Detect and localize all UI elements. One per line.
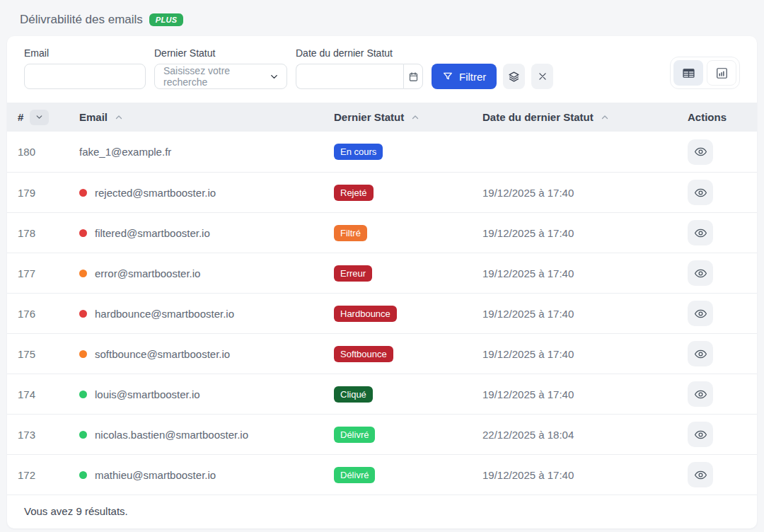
row-date: 19/12/2025 à 17:40 <box>482 348 673 360</box>
status-dot <box>79 310 87 318</box>
column-header-date[interactable]: Date du dernier Statut <box>482 111 673 123</box>
eye-icon <box>694 388 707 401</box>
row-actions-cell <box>673 180 757 205</box>
view-details-button[interactable] <box>688 301 713 326</box>
email-filter-label: Email <box>24 47 146 59</box>
funnel-icon <box>442 71 453 82</box>
last-status-date-filter-label: Date du dernier Statut <box>296 47 423 59</box>
last-status-select[interactable]: Saisissez votre recherche <box>154 64 287 89</box>
row-email-cell: filtered@smartbooster.io <box>79 227 334 239</box>
filter-button[interactable]: Filtrer <box>432 64 497 89</box>
row-email-cell: louis@smartbooster.io <box>79 388 334 400</box>
column-header-actions-label: Actions <box>688 111 727 123</box>
table-row: 176 hardbounce@smartbooster.io Hardbounc… <box>7 293 757 333</box>
eye-icon <box>694 468 707 482</box>
status-dot <box>79 229 87 237</box>
last-status-date-filter-group: Date du dernier Statut <box>296 47 423 89</box>
status-dot <box>79 471 87 479</box>
status-badge: Filtré <box>334 225 367 241</box>
view-details-button[interactable] <box>688 381 713 407</box>
table-row: 174 louis@smartbooster.io Cliqué 19/12/2… <box>7 374 757 414</box>
row-actions-cell <box>673 462 757 487</box>
status-dot <box>79 270 87 277</box>
row-actions-cell <box>673 260 757 286</box>
row-email: hardbounce@smartbooster.io <box>95 308 234 320</box>
table-view-icon <box>681 66 696 81</box>
table-row: 180 fake_1@example.fr En cours <box>7 132 757 172</box>
row-id: 179 <box>18 187 79 199</box>
view-details-button[interactable] <box>688 462 713 487</box>
saved-filters-button[interactable] <box>503 64 525 89</box>
plus-badge: PLUS <box>149 13 184 26</box>
row-status-cell: Filtré <box>334 225 482 241</box>
chevron-down-icon <box>35 112 44 122</box>
last-status-filter-label: Dernier Statut <box>154 47 287 59</box>
sort-id-button[interactable] <box>30 110 49 125</box>
close-icon <box>538 71 548 81</box>
eye-icon <box>694 226 707 240</box>
row-email-cell: mathieu@smartbooster.io <box>79 469 334 481</box>
status-badge: Erreur <box>334 265 372 282</box>
table-row: 179 rejected@smartbooster.io Rejeté 19/1… <box>7 172 757 212</box>
column-header-status-label: Dernier Statut <box>334 111 404 123</box>
row-email-cell: fake_1@example.fr <box>79 146 334 158</box>
calendar-icon <box>408 71 419 82</box>
row-email-cell: softbounce@smartbooster.io <box>79 348 334 360</box>
page: Délivrabilité des emails PLUS Email Dern… <box>0 0 764 532</box>
last-status-date-input[interactable] <box>296 64 403 89</box>
row-id: 173 <box>18 429 79 441</box>
column-header-date-label: Date du dernier Statut <box>482 111 594 123</box>
row-email: nicolas.bastien@smartbooster.io <box>95 429 248 441</box>
status-dot <box>79 350 87 358</box>
status-badge: Rejeté <box>334 185 374 201</box>
row-date: 19/12/2025 à 17:40 <box>482 187 673 199</box>
status-dot <box>79 431 87 439</box>
row-email: filtered@smartbooster.io <box>95 227 210 239</box>
page-header: Délivrabilité des emails PLUS <box>7 7 757 36</box>
eye-icon <box>694 347 707 361</box>
table-view-button[interactable] <box>673 60 703 86</box>
view-details-button[interactable] <box>688 260 713 286</box>
row-status-cell: Erreur <box>334 265 482 282</box>
column-header-id-label: # <box>18 111 23 123</box>
results-count: Vous avez 9 résultats. <box>7 495 757 528</box>
column-header-status[interactable]: Dernier Statut <box>334 111 482 123</box>
status-dot <box>79 391 87 398</box>
table-row: 178 filtered@smartbooster.io Filtré 19/1… <box>7 212 757 253</box>
row-email: error@smartbooster.io <box>95 267 200 279</box>
chevron-down-icon <box>269 71 279 82</box>
table-row: 173 nicolas.bastien@smartbooster.io Déli… <box>7 414 757 454</box>
last-status-date-input-group <box>296 64 423 89</box>
column-header-email[interactable]: Email <box>79 111 334 123</box>
eye-icon <box>694 186 707 200</box>
row-actions-cell <box>673 422 757 447</box>
row-status-cell: En cours <box>334 144 482 160</box>
row-email: louis@smartbooster.io <box>95 388 200 400</box>
view-details-button[interactable] <box>688 180 713 205</box>
table-row: 175 softbounce@smartbooster.io Softbounc… <box>7 333 757 374</box>
row-status-cell: Cliqué <box>334 386 482 403</box>
view-details-button[interactable] <box>688 422 713 447</box>
email-filter-input[interactable] <box>24 64 146 89</box>
row-status-cell: Softbounce <box>334 346 482 362</box>
eye-icon <box>694 267 707 280</box>
last-status-filter-group: Dernier Statut Saisissez votre recherche <box>154 47 287 89</box>
calendar-button[interactable] <box>403 64 423 89</box>
chart-view-button[interactable] <box>707 60 736 86</box>
chevron-up-icon <box>600 112 610 122</box>
row-email: mathieu@smartbooster.io <box>95 469 216 481</box>
status-badge: Cliqué <box>334 386 373 403</box>
row-actions-cell <box>673 341 757 366</box>
bar-chart-icon <box>715 66 729 80</box>
view-details-button[interactable] <box>688 341 713 366</box>
view-details-button[interactable] <box>688 220 713 245</box>
row-status-cell: Délivré <box>334 427 482 443</box>
row-email-cell: error@smartbooster.io <box>79 267 334 279</box>
status-badge: Hardbounce <box>334 306 397 322</box>
row-actions-cell <box>673 139 757 165</box>
view-toggle-group <box>670 57 740 89</box>
eye-icon <box>694 428 707 441</box>
view-details-button[interactable] <box>688 139 713 165</box>
clear-filters-button[interactable] <box>531 64 553 89</box>
last-status-select-placeholder: Saisissez votre recherche <box>163 65 269 88</box>
